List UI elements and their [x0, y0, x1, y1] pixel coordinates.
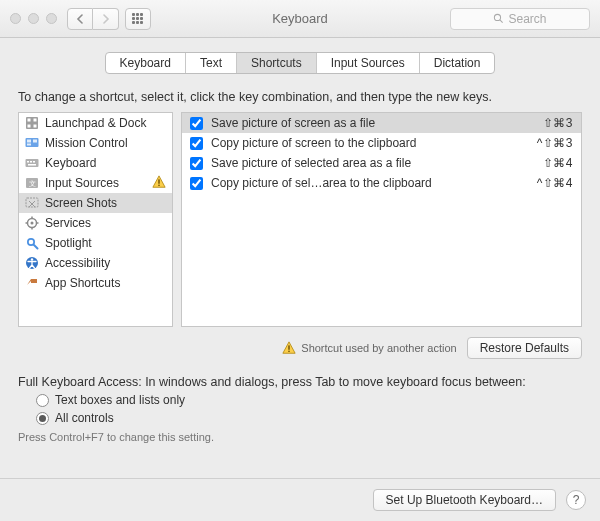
instructions-text: To change a shortcut, select it, click t…	[18, 90, 582, 104]
svg-point-24	[31, 222, 34, 225]
zoom-window-icon[interactable]	[46, 13, 57, 24]
app-shortcuts-icon	[25, 276, 39, 290]
tab-dictation[interactable]: Dictation	[420, 53, 495, 73]
shortcut-list[interactable]: Save picture of screen as a file⇧⌘3Copy …	[181, 112, 582, 327]
shortcut-checkbox[interactable]	[190, 137, 203, 150]
category-label: Services	[45, 216, 91, 230]
category-launchpad-dock[interactable]: Launchpad & Dock	[19, 113, 172, 133]
svg-rect-20	[26, 198, 38, 207]
screenshots-icon	[25, 196, 39, 210]
svg-rect-3	[28, 119, 31, 122]
search-icon	[493, 13, 504, 24]
shortcut-checkbox[interactable]	[190, 157, 203, 170]
svg-rect-12	[27, 161, 29, 163]
shortcut-row[interactable]: Copy picture of screen to the clipboard^…	[182, 133, 581, 153]
fka-option-label: All controls	[55, 411, 114, 425]
help-button[interactable]: ?	[566, 490, 586, 510]
shortcut-keys[interactable]: ^⇧⌘4	[523, 176, 573, 190]
shortcut-row[interactable]: Save picture of selected area as a file⇧…	[182, 153, 581, 173]
svg-rect-14	[33, 161, 35, 163]
svg-point-30	[29, 240, 34, 245]
tab-input-sources[interactable]: Input Sources	[317, 53, 420, 73]
spotlight-icon	[25, 236, 39, 250]
category-list[interactable]: Launchpad & DockMission ControlKeyboard文…	[18, 112, 173, 327]
warning-icon	[282, 341, 296, 355]
shortcut-label: Save picture of selected area as a file	[211, 156, 515, 170]
category-mission-control[interactable]: Mission Control	[19, 133, 172, 153]
category-input-sources[interactable]: 文Input Sources	[19, 173, 172, 193]
window-titlebar: Keyboard Search	[0, 0, 600, 38]
back-button[interactable]	[67, 8, 93, 30]
conflict-legend-text: Shortcut used by another action	[301, 342, 456, 354]
svg-point-33	[31, 258, 33, 260]
radio-icon[interactable]	[36, 412, 49, 425]
fka-option-label: Text boxes and lists only	[55, 393, 185, 407]
shortcut-checkbox[interactable]	[190, 117, 203, 130]
close-window-icon[interactable]	[10, 13, 21, 24]
svg-rect-5	[28, 125, 31, 128]
tab-row: KeyboardTextShortcutsInput SourcesDictat…	[18, 52, 582, 74]
svg-text:文: 文	[29, 180, 36, 187]
svg-rect-8	[27, 140, 31, 143]
category-label: Launchpad & Dock	[45, 116, 146, 130]
svg-rect-13	[30, 161, 32, 163]
input-sources-icon: 文	[25, 176, 39, 190]
category-label: Screen Shots	[45, 196, 117, 210]
svg-line-1	[500, 20, 503, 23]
shortcut-row[interactable]: Copy picture of sel…area to the clipboar…	[182, 173, 581, 193]
launchpad-icon	[25, 116, 39, 130]
radio-icon[interactable]	[36, 394, 49, 407]
category-label: Accessibility	[45, 256, 110, 270]
svg-rect-10	[27, 144, 31, 146]
accessibility-icon	[25, 256, 39, 270]
shortcut-keys[interactable]: ⇧⌘4	[523, 156, 573, 170]
fka-option[interactable]: All controls	[36, 411, 582, 425]
svg-rect-11	[26, 159, 39, 167]
svg-rect-19	[158, 184, 159, 185]
svg-rect-34	[289, 345, 290, 349]
shortcut-row[interactable]: Save picture of screen as a file⇧⌘3	[182, 113, 581, 133]
shortcut-keys[interactable]: ⇧⌘3	[523, 116, 573, 130]
category-spotlight[interactable]: Spotlight	[19, 233, 172, 253]
shortcut-keys[interactable]: ^⇧⌘3	[523, 136, 573, 150]
shortcut-label: Copy picture of screen to the clipboard	[211, 136, 515, 150]
fka-option[interactable]: Text boxes and lists only	[36, 393, 582, 407]
main-pane: KeyboardTextShortcutsInput SourcesDictat…	[0, 38, 600, 453]
category-keyboard[interactable]: Keyboard	[19, 153, 172, 173]
setup-bluetooth-keyboard-button[interactable]: Set Up Bluetooth Keyboard…	[373, 489, 556, 511]
restore-defaults-button[interactable]: Restore Defaults	[467, 337, 582, 359]
category-label: App Shortcuts	[45, 276, 120, 290]
category-label: Keyboard	[45, 156, 96, 170]
svg-rect-15	[28, 164, 36, 166]
category-services[interactable]: Services	[19, 213, 172, 233]
svg-line-31	[34, 245, 38, 249]
tab-keyboard[interactable]: Keyboard	[106, 53, 186, 73]
svg-rect-18	[158, 179, 159, 183]
svg-rect-9	[33, 140, 37, 143]
tab-text[interactable]: Text	[186, 53, 237, 73]
category-label: Mission Control	[45, 136, 128, 150]
services-icon	[25, 216, 39, 230]
category-app-shortcuts[interactable]: App Shortcuts	[19, 273, 172, 293]
show-all-button[interactable]	[125, 8, 151, 30]
category-label: Input Sources	[45, 176, 119, 190]
keyboard-icon	[25, 156, 39, 170]
traffic-lights	[10, 13, 57, 24]
svg-rect-4	[34, 119, 37, 122]
shortcut-label: Save picture of screen as a file	[211, 116, 515, 130]
shortcut-label: Copy picture of sel…area to the clipboar…	[211, 176, 515, 190]
svg-rect-35	[289, 351, 290, 352]
svg-point-0	[495, 14, 501, 20]
search-input[interactable]: Search	[450, 8, 590, 30]
tab-shortcuts[interactable]: Shortcuts	[237, 53, 317, 73]
category-accessibility[interactable]: Accessibility	[19, 253, 172, 273]
category-screen-shots[interactable]: Screen Shots	[19, 193, 172, 213]
shortcut-checkbox[interactable]	[190, 177, 203, 190]
warning-icon	[152, 175, 166, 192]
svg-rect-6	[34, 125, 37, 128]
minimize-window-icon[interactable]	[28, 13, 39, 24]
category-label: Spotlight	[45, 236, 92, 250]
forward-button[interactable]	[93, 8, 119, 30]
conflict-legend: Shortcut used by another action	[282, 341, 456, 355]
segmented-control: KeyboardTextShortcutsInput SourcesDictat…	[105, 52, 496, 74]
